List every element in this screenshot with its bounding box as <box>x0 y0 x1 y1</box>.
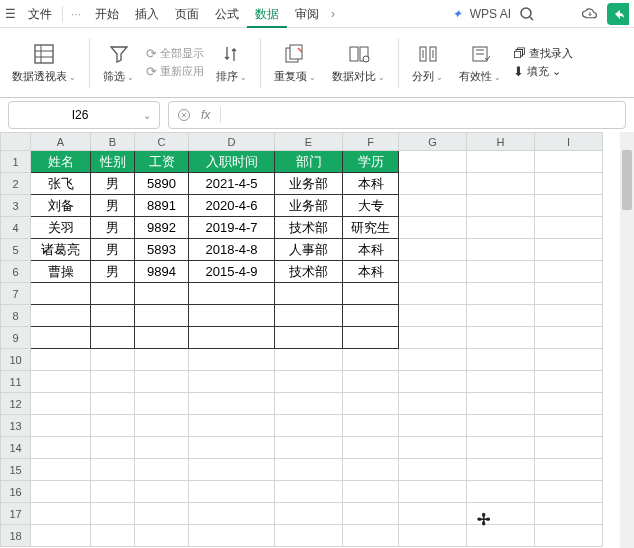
cell[interactable] <box>31 525 91 547</box>
col-header[interactable]: B <box>91 133 135 151</box>
cell[interactable]: 2019-4-7 <box>189 217 275 239</box>
reapply-button[interactable]: ⟳重新应用 <box>146 64 204 79</box>
row-header[interactable]: 7 <box>1 283 31 305</box>
cell[interactable] <box>399 239 467 261</box>
cell[interactable] <box>135 481 189 503</box>
data-header[interactable]: 工资 <box>135 151 189 173</box>
row-header[interactable]: 13 <box>1 415 31 437</box>
cell[interactable]: 5893 <box>135 239 189 261</box>
cell[interactable] <box>189 437 275 459</box>
cell[interactable] <box>189 327 275 349</box>
cell[interactable] <box>399 371 467 393</box>
cell[interactable] <box>275 349 343 371</box>
data-header[interactable]: 性别 <box>91 151 135 173</box>
cell[interactable]: 技术部 <box>275 261 343 283</box>
cell[interactable] <box>343 459 399 481</box>
cell[interactable]: 2021-4-5 <box>189 173 275 195</box>
data-header[interactable]: 姓名 <box>31 151 91 173</box>
cell[interactable] <box>31 415 91 437</box>
tab-review[interactable]: 审阅 <box>287 0 327 28</box>
cell[interactable] <box>31 437 91 459</box>
name-box[interactable]: I26 ⌄ <box>8 101 160 129</box>
data-header[interactable]: 部门 <box>275 151 343 173</box>
cell[interactable] <box>91 305 135 327</box>
cell[interactable] <box>135 327 189 349</box>
cell[interactable]: 2015-4-9 <box>189 261 275 283</box>
cell[interactable] <box>31 481 91 503</box>
cell[interactable] <box>91 327 135 349</box>
cell[interactable] <box>91 437 135 459</box>
ai-label[interactable]: WPS AI <box>470 7 511 21</box>
cell[interactable] <box>135 371 189 393</box>
cell[interactable] <box>189 371 275 393</box>
cell[interactable] <box>399 261 467 283</box>
cell[interactable]: 业务部 <box>275 195 343 217</box>
cell[interactable]: 2020-4-6 <box>189 195 275 217</box>
cell[interactable] <box>189 415 275 437</box>
cell[interactable] <box>189 349 275 371</box>
cell[interactable] <box>135 525 189 547</box>
row-header[interactable]: 6 <box>1 261 31 283</box>
cell[interactable] <box>467 151 535 173</box>
compare-button[interactable]: 数据对比⌄ <box>326 32 391 94</box>
split-button[interactable]: 分列⌄ <box>406 32 449 94</box>
cell[interactable] <box>135 503 189 525</box>
cell[interactable] <box>467 525 535 547</box>
row-header[interactable]: 8 <box>1 305 31 327</box>
cell[interactable]: 张飞 <box>31 173 91 195</box>
cell[interactable] <box>189 525 275 547</box>
cell[interactable] <box>343 393 399 415</box>
tab-page[interactable]: 页面 <box>167 0 207 28</box>
cell[interactable] <box>535 459 603 481</box>
pivot-table-button[interactable]: 数据透视表⌄ <box>6 32 82 94</box>
name-dropdown-icon[interactable]: ⌄ <box>143 110 151 121</box>
row-header[interactable]: 5 <box>1 239 31 261</box>
row-header[interactable]: 10 <box>1 349 31 371</box>
cell[interactable] <box>91 283 135 305</box>
col-header[interactable]: G <box>399 133 467 151</box>
cell[interactable]: 本科 <box>343 239 399 261</box>
cell[interactable] <box>343 503 399 525</box>
cell[interactable] <box>135 437 189 459</box>
cell[interactable] <box>343 305 399 327</box>
cell[interactable] <box>31 349 91 371</box>
cell[interactable] <box>535 173 603 195</box>
row-header[interactable]: 4 <box>1 217 31 239</box>
cell[interactable] <box>399 283 467 305</box>
cell[interactable] <box>275 481 343 503</box>
col-header[interactable]: H <box>467 133 535 151</box>
row-header[interactable]: 2 <box>1 173 31 195</box>
cell[interactable] <box>399 459 467 481</box>
row-header[interactable]: 18 <box>1 525 31 547</box>
cell[interactable] <box>189 503 275 525</box>
cell[interactable] <box>91 371 135 393</box>
cell[interactable] <box>399 327 467 349</box>
cell[interactable] <box>91 415 135 437</box>
cell[interactable] <box>467 393 535 415</box>
cell[interactable] <box>467 481 535 503</box>
col-header[interactable]: F <box>343 133 399 151</box>
cell[interactable]: 9894 <box>135 261 189 283</box>
cell[interactable] <box>275 437 343 459</box>
tab-data[interactable]: 数据 <box>247 0 287 28</box>
col-header[interactable]: D <box>189 133 275 151</box>
cell[interactable] <box>467 327 535 349</box>
search-icon[interactable] <box>519 6 535 22</box>
cell[interactable] <box>135 349 189 371</box>
cell[interactable]: 9892 <box>135 217 189 239</box>
cell[interactable] <box>535 261 603 283</box>
row-header[interactable]: 15 <box>1 459 31 481</box>
cell[interactable] <box>399 217 467 239</box>
tab-start[interactable]: 开始 <box>87 0 127 28</box>
cell[interactable] <box>535 217 603 239</box>
file-menu[interactable]: 文件 <box>20 0 60 28</box>
cell[interactable] <box>467 195 535 217</box>
cell[interactable] <box>189 283 275 305</box>
cell[interactable] <box>189 459 275 481</box>
cell[interactable] <box>535 151 603 173</box>
spreadsheet-area[interactable]: A B C D E F G H I 1 姓名 性别 工资 入职时间 部门 学历 … <box>0 132 634 548</box>
cell[interactable] <box>535 437 603 459</box>
cell[interactable] <box>189 305 275 327</box>
cell[interactable] <box>535 195 603 217</box>
hamburger-icon[interactable]: ☰ <box>5 7 16 21</box>
